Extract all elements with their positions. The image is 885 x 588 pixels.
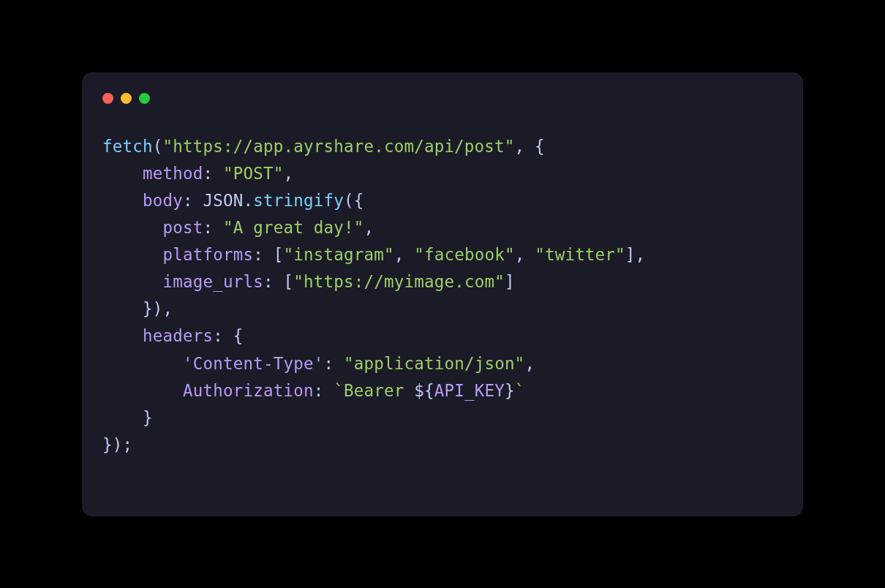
code-indent: [102, 218, 162, 237]
code-arr-open: [: [274, 245, 284, 264]
code-arr-close: ]: [625, 245, 636, 264]
code-auth-key: Authorization: [183, 381, 314, 400]
code-comma: ,: [524, 354, 535, 373]
code-fn-name: fetch: [102, 137, 153, 156]
code-indent: [102, 191, 143, 210]
code-post-value: "A great day!": [223, 218, 364, 237]
code-indent: [102, 408, 143, 427]
code-tmpl-open: `Bearer: [334, 381, 414, 400]
code-brace-close: }: [143, 408, 153, 427]
code-comma: ,: [364, 218, 374, 237]
code-colon: :: [253, 245, 274, 264]
code-method-key: method: [143, 164, 203, 183]
code-indent: [102, 299, 143, 318]
traffic-light-zoom-icon[interactable]: [139, 93, 150, 104]
code-post-key: post: [162, 218, 203, 237]
code-brace-open: {: [233, 326, 244, 345]
code-colon: :: [203, 218, 223, 237]
code-content-type-key: 'Content-Type': [183, 354, 323, 373]
code-comma: ,: [394, 245, 415, 264]
code-platform-2: "facebook": [414, 245, 514, 264]
code-body-key: body: [143, 191, 183, 210]
code-platforms-key: platforms: [162, 245, 253, 264]
traffic-light-close-icon[interactable]: [102, 93, 113, 104]
code-indent: [102, 381, 183, 400]
code-paren-open: (: [153, 137, 163, 156]
code-json-obj: JSON: [203, 191, 244, 210]
code-colon: :: [314, 381, 334, 400]
code-indent: [102, 245, 162, 264]
code-window: fetch("https://app.ayrshare.com/api/post…: [82, 72, 803, 516]
code-arr-close: ]: [505, 272, 515, 291]
code-comma-brace: , {: [515, 137, 545, 156]
code-imgurls-key: image_urls: [162, 272, 263, 291]
code-content-type-value: "application/json": [344, 354, 524, 373]
code-indent: [102, 326, 143, 345]
code-colon: :: [203, 164, 223, 183]
code-brace-paren-close: }),: [143, 299, 173, 318]
code-method-value: "POST": [223, 164, 283, 183]
code-block: fetch("https://app.ayrshare.com/api/post…: [102, 133, 783, 459]
code-arr-open: [: [283, 272, 293, 291]
code-indent: [102, 272, 162, 291]
code-tmpl-interp-open: ${: [414, 381, 434, 400]
code-imgurl-value: "https://myimage.com": [293, 272, 505, 291]
code-indent: [102, 354, 183, 373]
code-tmpl-interp-close: }: [505, 381, 515, 400]
code-platform-1: "instagram": [283, 245, 393, 264]
code-stringify: stringify: [253, 191, 344, 210]
code-colon: :: [213, 326, 233, 345]
code-comma: ,: [636, 245, 646, 264]
traffic-light-minimize-icon[interactable]: [121, 93, 132, 104]
code-colon: :: [183, 191, 203, 210]
code-comma: ,: [283, 164, 293, 183]
code-headers-key: headers: [143, 326, 213, 345]
code-colon: :: [323, 354, 344, 373]
code-tmpl-close: `: [515, 381, 525, 400]
code-colon: :: [263, 272, 284, 291]
window-titlebar: [102, 93, 783, 104]
code-url-string: "https://app.ayrshare.com/api/post": [162, 137, 514, 156]
code-api-key-var: API_KEY: [434, 381, 505, 400]
code-indent: [102, 164, 143, 183]
code-platform-3: "twitter": [535, 245, 625, 264]
code-comma: ,: [515, 245, 535, 264]
code-final-close: });: [102, 435, 132, 454]
code-dot: .: [244, 191, 254, 210]
code-paren-brace: ({: [344, 191, 364, 210]
